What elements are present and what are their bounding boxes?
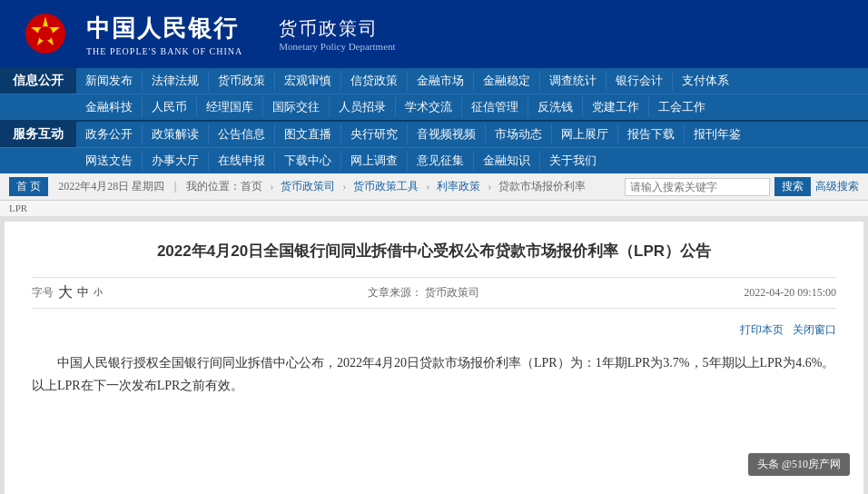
nav-service-items1: 政务公开 政策解读 公告信息 图文直播 央行研究 音视频视频 市场动态 网上展厅… <box>76 122 868 147</box>
source-value: 货币政策司 <box>425 286 479 299</box>
font-large-btn[interactable]: 大 <box>58 283 73 302</box>
nav-announcement[interactable]: 公告信息 <box>209 122 274 147</box>
nav-payment[interactable]: 支付体系 <box>673 68 738 94</box>
dept-name-chinese: 货币政策司 <box>279 16 395 41</box>
breadcrumb-arrow1: › <box>270 180 273 193</box>
nav-recruit[interactable]: 人员招录 <box>330 94 395 120</box>
nav-research[interactable]: 央行研究 <box>341 122 407 147</box>
source-label: 文章来源： <box>368 286 422 299</box>
print-link[interactable]: 打印本页 <box>740 322 784 338</box>
nav-service-outer: 服务互动 政务公开 政策解读 公告信息 图文直播 央行研究 音视频视频 市场动态… <box>0 120 868 173</box>
nav-service-hall[interactable]: 办事大厅 <box>143 148 208 173</box>
nav-about[interactable]: 关于我们 <box>540 148 606 173</box>
breadcrumb-location: 我的位置：首页 <box>186 179 262 194</box>
breadcrumb-tools[interactable]: 货币政策工具 <box>353 179 419 194</box>
nav-gov-open[interactable]: 政务公开 <box>76 122 142 147</box>
search-button[interactable]: 搜索 <box>774 177 811 196</box>
nav-accounting[interactable]: 银行会计 <box>607 68 672 94</box>
breadcrumb-lpr: 贷款市场报价利率 <box>498 179 586 194</box>
nav-fintech[interactable]: 金融科技 <box>76 94 142 120</box>
nav-feedback[interactable]: 意见征集 <box>408 148 473 173</box>
font-label: 字号 <box>32 285 54 301</box>
article-title: 2022年4月20日全国银行间同业拆借中心受权公布贷款市场报价利率（LPR）公告 <box>32 240 836 263</box>
article-source: 文章来源： 货币政策司 <box>368 285 479 301</box>
breadcrumb-rate-policy[interactable]: 利率政策 <box>437 179 480 194</box>
nav-download-center[interactable]: 下载中心 <box>275 148 340 173</box>
nav-union[interactable]: 工会工作 <box>649 94 715 120</box>
nav-info-items: 新闻发布 法律法规 货币政策 宏观审慎 信贷政策 金融市场 金融稳定 调查统计 … <box>76 68 868 94</box>
article-body: 中国人民银行授权全国银行间同业拆借中心公布，2022年4月20日贷款市场报价利率… <box>32 351 836 397</box>
home-button[interactable]: 首 页 <box>9 177 48 196</box>
breadcrumb-arrow2: › <box>342 180 346 193</box>
pboc-emblem <box>18 9 73 59</box>
nav-policy-interpret[interactable]: 政策解读 <box>143 122 208 147</box>
nav-service-label: 服务互动 <box>0 122 76 147</box>
header: 中国人民银行 THE PEOPLE'S BANK OF CHINA 货币政策司 … <box>0 0 868 68</box>
close-link[interactable]: 关闭窗口 <box>793 322 836 338</box>
logo-area: 中国人民银行 THE PEOPLE'S BANK OF CHINA <box>18 9 242 59</box>
nav-credit[interactable]: 信贷政策 <box>341 68 407 94</box>
article-meta: 字号 大 中 小 文章来源： 货币政策司 2022-04-20 09:15:00 <box>32 277 836 309</box>
breadcrumb-bar: 首 页 2022年4月28日 星期四 ｜ 我的位置：首页 › 货币政策司 › 货… <box>0 173 868 201</box>
nav-law[interactable]: 法律法规 <box>143 68 208 94</box>
article-date: 2022-04-20 09:15:00 <box>744 286 836 300</box>
font-medium-btn[interactable]: 中 <box>77 284 89 301</box>
breadcrumb-left: 首 页 2022年4月28日 星期四 ｜ 我的位置：首页 › 货币政策司 › 货… <box>9 177 586 196</box>
font-size-controls: 字号 大 中 小 <box>32 283 103 302</box>
nav-graphic-live[interactable]: 图文直播 <box>275 122 340 147</box>
dept-info: 货币政策司 Monetary Policy Department <box>279 16 395 52</box>
advanced-search-link[interactable]: 高级搜索 <box>815 179 859 194</box>
nav-rmb[interactable]: 人民币 <box>143 94 196 120</box>
nav-fin-knowledge[interactable]: 金融知识 <box>474 148 539 173</box>
nav-party[interactable]: 党建工作 <box>583 94 648 120</box>
nav-market-dynamic[interactable]: 市场动态 <box>486 122 551 147</box>
logo-text: 中国人民银行 THE PEOPLE'S BANK OF CHINA <box>86 13 242 56</box>
breadcrumb-separator1: ｜ <box>170 179 181 194</box>
breadcrumb-arrow4: › <box>488 180 491 193</box>
nav-survey[interactable]: 调查统计 <box>540 68 606 94</box>
lpr-breadcrumb: LPR <box>0 201 868 217</box>
article-actions: 打印本页 关闭窗口 <box>32 318 836 342</box>
dept-name-english: Monetary Policy Department <box>279 41 395 52</box>
svg-point-2 <box>38 26 53 41</box>
nav-news[interactable]: 新闻发布 <box>76 68 142 94</box>
nav-online-report[interactable]: 在线申报 <box>209 148 274 173</box>
watermark: 头条 @510房产网 <box>748 453 850 476</box>
nav-treasury[interactable]: 经理国库 <box>197 94 262 120</box>
search-input[interactable] <box>625 178 770 196</box>
nav-aml[interactable]: 反洗钱 <box>528 94 582 120</box>
nav-yearbook[interactable]: 报刊年鉴 <box>685 122 750 147</box>
breadcrumb-arrow3: › <box>426 180 429 193</box>
nav-international[interactable]: 国际交往 <box>263 94 329 120</box>
nav-send-notice[interactable]: 网送文告 <box>76 148 142 173</box>
nav-service-items2: 网送文告 办事大厅 在线申报 下载中心 网上调查 意见征集 金融知识 关于我们 <box>76 148 868 173</box>
nav-credit-mgmt[interactable]: 征信管理 <box>462 94 528 120</box>
nav-video[interactable]: 音视频视频 <box>408 122 485 147</box>
breadcrumb-date: 2022年4月28日 星期四 <box>58 179 164 194</box>
font-small-btn[interactable]: 小 <box>94 286 103 299</box>
bank-name-chinese: 中国人民银行 <box>86 13 242 44</box>
nav-info-row: 信息公开 新闻发布 法律法规 货币政策 宏观审慎 信贷政策 金融市场 金融稳定 … <box>0 68 868 120</box>
nav-academic[interactable]: 学术交流 <box>396 94 461 120</box>
main-content: 2022年4月20日全国银行间同业拆借中心受权公布贷款市场报价利率（LPR）公告… <box>5 222 863 494</box>
lpr-label: LPR <box>9 203 27 213</box>
nav-macro[interactable]: 宏观审慎 <box>275 68 340 94</box>
nav-online-hall[interactable]: 网上展厅 <box>552 122 617 147</box>
nav-info-items2: 金融科技 人民币 经理国库 国际交往 人员招录 学术交流 征信管理 反洗钱 党建… <box>76 94 868 120</box>
nav-monetary[interactable]: 货币政策 <box>209 68 274 94</box>
nav-online-survey[interactable]: 网上调查 <box>341 148 407 173</box>
bank-name-english: THE PEOPLE'S BANK OF CHINA <box>86 46 242 56</box>
nav-info-label: 信息公开 <box>0 68 76 94</box>
nav-stability[interactable]: 金融稳定 <box>474 68 539 94</box>
nav-report-download[interactable]: 报告下载 <box>618 122 684 147</box>
breadcrumb-right: 搜索 高级搜索 <box>625 177 859 196</box>
nav-market[interactable]: 金融市场 <box>408 68 473 94</box>
breadcrumb-dept[interactable]: 货币政策司 <box>281 179 335 194</box>
